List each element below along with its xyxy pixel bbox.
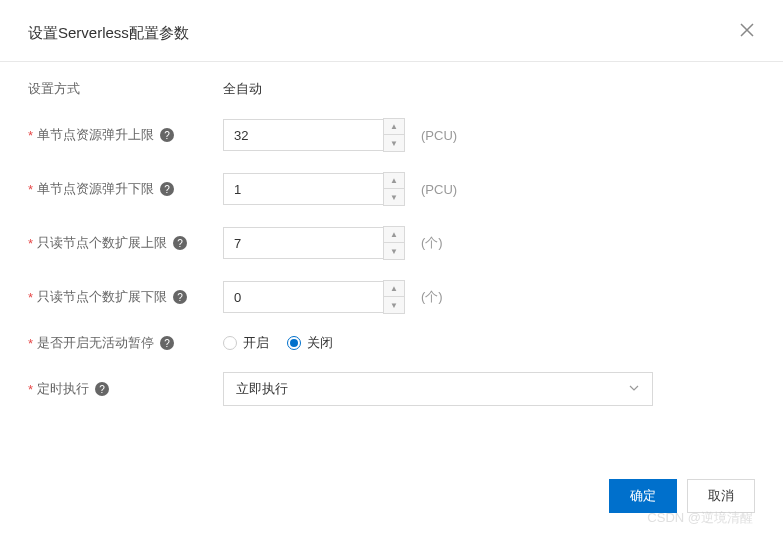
step-up-icon[interactable]: ▲: [384, 119, 404, 135]
stepper-ro-upper: ▲ ▼: [223, 226, 405, 260]
unit-ro-upper: (个): [421, 234, 443, 252]
label-autopause: 是否开启无活动暂停 ?: [28, 334, 223, 352]
dialog-body: 设置方式 全自动 单节点资源弹升上限 ? ▲ ▼ (PCU) 单节点资源弹升下限…: [0, 62, 783, 406]
cancel-button[interactable]: 取消: [687, 479, 755, 513]
ok-button[interactable]: 确定: [609, 479, 677, 513]
row-upper-limit: 单节点资源弹升上限 ? ▲ ▼ (PCU): [28, 118, 755, 152]
step-down-icon[interactable]: ▼: [384, 297, 404, 313]
label-mode: 设置方式: [28, 80, 223, 98]
dialog-footer: 确定 取消: [609, 479, 755, 513]
step-up-icon[interactable]: ▲: [384, 173, 404, 189]
help-icon[interactable]: ?: [173, 236, 187, 250]
row-schedule: 定时执行 ? 立即执行: [28, 372, 755, 406]
input-ro-upper[interactable]: [223, 227, 383, 259]
input-upper-limit[interactable]: [223, 119, 383, 151]
radio-icon: [223, 336, 237, 350]
label-schedule: 定时执行 ?: [28, 380, 223, 398]
step-up-icon[interactable]: ▲: [384, 281, 404, 297]
step-down-icon[interactable]: ▼: [384, 243, 404, 259]
radio-autopause-on[interactable]: 开启: [223, 334, 269, 352]
stepper-upper-limit: ▲ ▼: [223, 118, 405, 152]
row-lower-limit: 单节点资源弹升下限 ? ▲ ▼ (PCU): [28, 172, 755, 206]
help-icon[interactable]: ?: [160, 336, 174, 350]
unit-lower-limit: (PCU): [421, 182, 457, 197]
label-lower-limit: 单节点资源弹升下限 ?: [28, 180, 223, 198]
radio-autopause-off[interactable]: 关闭: [287, 334, 333, 352]
help-icon[interactable]: ?: [95, 382, 109, 396]
input-lower-limit[interactable]: [223, 173, 383, 205]
unit-upper-limit: (PCU): [421, 128, 457, 143]
select-value: 立即执行: [236, 380, 288, 398]
help-icon[interactable]: ?: [173, 290, 187, 304]
step-up-icon[interactable]: ▲: [384, 227, 404, 243]
step-down-icon[interactable]: ▼: [384, 135, 404, 151]
label-ro-lower: 只读节点个数扩展下限 ?: [28, 288, 223, 306]
dialog: 设置Serverless配置参数 设置方式 全自动 单节点资源弹升上限 ? ▲ …: [0, 0, 783, 537]
dialog-title: 设置Serverless配置参数: [28, 24, 755, 43]
row-autopause: 是否开启无活动暂停 ? 开启 关闭: [28, 334, 755, 352]
row-ro-upper: 只读节点个数扩展上限 ? ▲ ▼ (个): [28, 226, 755, 260]
help-icon[interactable]: ?: [160, 182, 174, 196]
close-icon[interactable]: [739, 22, 755, 41]
help-icon[interactable]: ?: [160, 128, 174, 142]
radio-icon: [287, 336, 301, 350]
row-ro-lower: 只读节点个数扩展下限 ? ▲ ▼ (个): [28, 280, 755, 314]
label-ro-upper: 只读节点个数扩展上限 ?: [28, 234, 223, 252]
label-upper-limit: 单节点资源弹升上限 ?: [28, 126, 223, 144]
chevron-down-icon: [628, 382, 640, 397]
unit-ro-lower: (个): [421, 288, 443, 306]
row-mode: 设置方式 全自动: [28, 80, 755, 98]
value-mode: 全自动: [223, 80, 262, 98]
select-schedule[interactable]: 立即执行: [223, 372, 653, 406]
stepper-lower-limit: ▲ ▼: [223, 172, 405, 206]
step-down-icon[interactable]: ▼: [384, 189, 404, 205]
radio-group-autopause: 开启 关闭: [223, 334, 333, 352]
input-ro-lower[interactable]: [223, 281, 383, 313]
dialog-header: 设置Serverless配置参数: [0, 0, 783, 62]
stepper-ro-lower: ▲ ▼: [223, 280, 405, 314]
